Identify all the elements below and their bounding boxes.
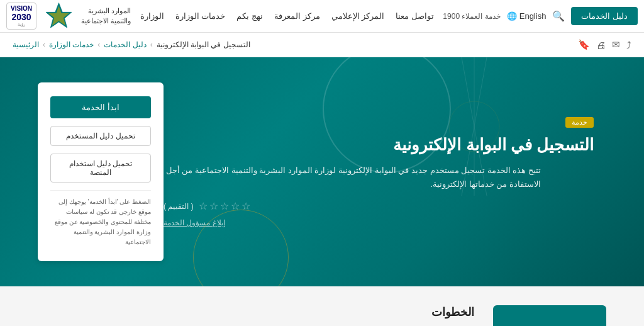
language-label: English [519, 11, 547, 21]
hero-description: تتيح هذه الخدمة تسجيل مستخدم جديد في الب… [164, 164, 541, 191]
nav-link-tawasol[interactable]: تواصل معنا [396, 11, 434, 21]
hero-content: خدمة التسجيل في البوابة الإلكترونية تتيح… [164, 116, 606, 227]
hero-title: التسجيل في البوابة الإلكترونية [164, 135, 594, 155]
print-icon[interactable]: 🖨 [596, 40, 606, 50]
breadcrumb-services[interactable]: خدمات الوزارة [49, 40, 94, 49]
steps-section: عن الخدمة الخطوات ١ اختر (الخدمات الإلكت… [0, 286, 644, 326]
rating-area: ☆ ☆ ☆ ☆ ☆ ( التقييم ) [164, 200, 594, 212]
about-service-card[interactable]: عن الخدمة [493, 305, 606, 326]
problem-link[interactable]: إبلاغ مسؤول الخدمة [164, 218, 594, 227]
guide-button[interactable]: دليل الخدمات [571, 7, 638, 25]
star-1[interactable]: ☆ [242, 200, 250, 212]
nav-link-nahj[interactable]: نهج بكم [236, 11, 263, 21]
email-icon[interactable]: ✉ [612, 39, 620, 50]
ministry-logo [42, 2, 76, 30]
breadcrumb-current: التسجيل في البوابة الإلكترونية [157, 40, 250, 49]
logo-text: الموارد البشرية والتنمية الاجتماعية [81, 6, 131, 26]
nav-link-knowledge[interactable]: مركز المعرفة [274, 11, 320, 21]
steps-side: عن الخدمة [493, 305, 606, 326]
globe-icon: 🌐 [507, 11, 517, 21]
star-2[interactable]: ☆ [231, 200, 240, 212]
breadcrumb-bar: ⤴ ✉ 🖨 🔖 التسجيل في البوابة الإلكترونية ›… [0, 33, 644, 57]
download-platform-guide-button[interactable]: تحميل دليل استخدام المنصة [50, 154, 151, 183]
rating-stars[interactable]: ☆ ☆ ☆ ☆ ☆ [199, 200, 250, 212]
service-badge: خدمة [565, 117, 594, 128]
rating-label: ( التقييم ) [164, 202, 194, 211]
search-icon[interactable]: 🔍 [552, 10, 565, 22]
steps-title: الخطوات [38, 305, 474, 319]
bookmark-icon[interactable]: 🔖 [578, 39, 590, 50]
breadcrumb-guide[interactable]: دليل الخدمات [104, 40, 146, 49]
top-navigation: دليل الخدمات 🔍 English 🌐 خدمة العملاء 19… [0, 0, 644, 33]
breadcrumb-home[interactable]: الرئيسية [13, 40, 39, 49]
steps-main: الخطوات ١ اختر (الخدمات الإلكترونية للمن… [38, 305, 474, 326]
share-icons: ⤴ ✉ 🖨 🔖 [578, 39, 631, 50]
main-nav: تواصل معنا المركز الإعلامي مركز المعرفة … [131, 11, 443, 21]
nav-left: دليل الخدمات 🔍 English 🌐 خدمة العملاء 19… [443, 7, 638, 25]
vision-logo: VISION 2030 رؤية [6, 3, 36, 30]
nav-link-ministry[interactable]: الوزارة [140, 11, 164, 21]
star-3[interactable]: ☆ [220, 200, 229, 212]
card-note: الضغط على 'ابدأ الخدمة' يوجهك إلى موقع خ… [50, 190, 151, 247]
hero-section: خدمة التسجيل في البوابة الإلكترونية تتيح… [0, 57, 644, 286]
nav-link-media[interactable]: المركز الإعلامي [331, 11, 385, 21]
share-icon[interactable]: ⤴ [626, 40, 631, 50]
download-user-guide-button[interactable]: تحميل دليل المستخدم [50, 126, 151, 146]
breadcrumb: التسجيل في البوابة الإلكترونية › دليل ال… [13, 40, 250, 49]
start-service-button[interactable]: ابدأ الخدمة [50, 96, 151, 118]
language-button[interactable]: English 🌐 [507, 11, 547, 21]
star-4[interactable]: ☆ [209, 200, 218, 212]
steps-layout: عن الخدمة الخطوات ١ اختر (الخدمات الإلكت… [38, 305, 606, 326]
logo-area: الموارد البشرية والتنمية الاجتماعية VISI… [6, 2, 131, 30]
star-5[interactable]: ☆ [199, 200, 208, 212]
customer-service-label: خدمة العملاء 1900 [443, 12, 500, 21]
nav-link-services[interactable]: خدمات الوزارة [175, 11, 226, 21]
hero-card: ابدأ الخدمة تحميل دليل المستخدم تحميل دل… [38, 82, 164, 261]
